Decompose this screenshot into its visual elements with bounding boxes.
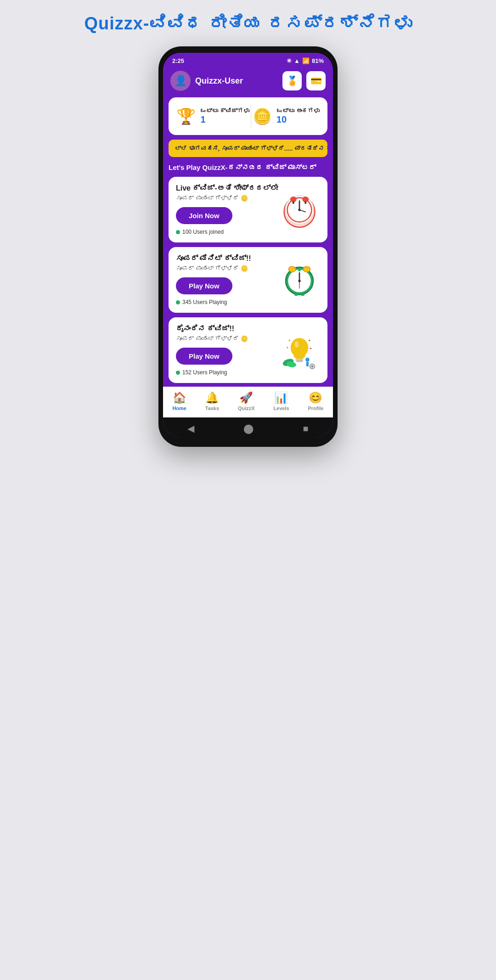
android-nav: ◀ ⬤ ■ (163, 417, 333, 438)
svg-point-22 (291, 338, 308, 357)
play-now-button-1[interactable]: Play Now (176, 277, 232, 294)
levels-icon: 📊 (274, 391, 288, 404)
battery-text: 81% (312, 57, 324, 64)
daily-users-badge: 152 Users Playing (176, 369, 279, 376)
svg-rect-16 (298, 268, 300, 271)
quiz-card-minute-left: ಸೂಪರ್ ಮಿನಿಟ್ ಕ್ವಿಜ್!! ಸೂಪರ್ ಪಾಯಿಂಟ್ ಗೆಳ್… (176, 254, 279, 305)
daily-users-text: 152 Users Playing (182, 369, 227, 376)
main-content: 🏆 ಒಟ್ಟು ಕ್ವಿಜ್‌ಗಳು 1 🪙 ಒಟ್ಟು ಅಂಕಗಳು 10 (163, 97, 333, 387)
signal-icon: 📶 (302, 57, 310, 64)
username-label: Quizzx-User (195, 76, 243, 86)
nav-profile-label: Profile (308, 406, 323, 411)
play-now-button-2[interactable]: Play Now (176, 348, 232, 365)
wallet-icon: 💳 (310, 75, 322, 86)
profile-icon: 😊 (309, 391, 322, 404)
trophy-button[interactable]: 🏅 (282, 71, 302, 90)
android-home[interactable]: ⬤ (243, 423, 254, 434)
status-time: 2:25 (172, 57, 184, 64)
stat-points-label: ಒಟ್ಟು ಅಂಕಗಳು (276, 107, 320, 114)
stat-quizzes-text: ಒಟ್ಟು ಕ್ವಿಜ್‌ಗಳು 1 (200, 107, 249, 125)
stat-quizzes: 🏆 ಒಟ್ಟು ಕ್ವಿಜ್‌ಗಳು 1 (176, 107, 249, 125)
coins-stat-icon: 🪙 (253, 107, 272, 125)
svg-point-31 (311, 365, 313, 367)
status-right: ✳ ▲ 📶 81% (287, 57, 324, 64)
status-bar: 2:25 ✳ ▲ 📶 81% (163, 53, 333, 67)
svg-point-35 (310, 347, 311, 349)
svg-point-14 (288, 266, 296, 272)
quiz-card-daily: ದೈನಂದಿನ ಕ್ವಿಜ್!! ಸೂಪರ್ ಪಾಯಿಂಟ್ ಗೆಳ್ಳಿರಿ … (169, 317, 327, 383)
minute-users-text: 345 Users Playing (182, 299, 227, 305)
svg-rect-21 (301, 293, 304, 295)
svg-point-28 (305, 357, 310, 361)
avatar: 👤 (170, 71, 191, 91)
stat-points: 🪙 ಒಟ್ಟು ಅಂಕಗಳು 10 (253, 107, 320, 125)
svg-rect-20 (294, 293, 298, 295)
quiz-card-daily-left: ದೈನಂದಿನ ಕ್ವಿಜ್!! ಸೂಪರ್ ಪಾಯಿಂಟ್ ಗೆಳ್ಳಿರಿ … (176, 325, 279, 376)
svg-point-6 (290, 196, 297, 202)
quiz-card-minute: ಸೂಪರ್ ಮಿನಿಟ್ ಕ್ವಿಜ್!! ಸೂಪರ್ ಪಾಯಿಂಟ್ ಗೆಳ್… (169, 247, 327, 313)
daily-dot (176, 371, 180, 375)
stat-quizzes-value: 1 (200, 114, 249, 125)
quiz-minute-subtitle: ಸೂಪರ್ ಪಾಯಿಂಟ್ ಗೆಳ್ಳಿರಿ 🪙 (176, 265, 279, 272)
stat-divider (251, 105, 251, 128)
quizzx-icon: 🚀 (239, 391, 253, 404)
live-users-badge: 100 Users joined (176, 229, 279, 235)
stat-quizzes-label: ಒಟ್ಟು ಕ್ವಿಜ್‌ಗಳು (200, 107, 249, 114)
stats-card: 🏆 ಒಟ್ಟು ಕ್ವಿಜ್‌ಗಳು 1 🪙 ಒಟ್ಟು ಅಂಕಗಳು 10 (169, 97, 327, 135)
bluetooth-icon: ✳ (287, 57, 292, 64)
quiz-daily-subtitle: ಸೂಪರ್ ಪಾಯಿಂಟ್ ಗೆಳ್ಳಿರಿ 🪙 (176, 335, 279, 342)
wallet-button[interactable]: 💳 (306, 71, 326, 90)
android-back[interactable]: ◀ (187, 423, 194, 434)
page-title: Quizzx-ವಿವಿಧ ರೀತಿಯ ರಸಪ್ರಶ್ನೆಗಳು (84, 14, 411, 34)
trophy-stat-icon: 🏆 (176, 107, 196, 125)
quiz-daily-title: ದೈನಂದಿನ ಕ್ವಿಜ್!! (176, 325, 279, 333)
svg-point-15 (303, 266, 310, 272)
svg-point-34 (309, 339, 310, 341)
android-recent[interactable]: ■ (303, 423, 308, 434)
quiz-card-live-left: Live ಕ್ವಿಜ್-ಅತಿ ಶೀಘ್ರದಲ್ಲೇ ಸೂಪರ್ ಪಾಯಿಂಟ್… (176, 184, 279, 235)
nav-quizzx[interactable]: 🚀 QuizzX (238, 391, 255, 411)
phone-screen: 2:25 ✳ ▲ 📶 81% 👤 Quizzx-User 🏅 (163, 53, 333, 438)
trophy-icon: 🏅 (287, 75, 298, 86)
svg-rect-8 (293, 201, 294, 203)
user-info: 👤 Quizzx-User (170, 71, 243, 91)
svg-rect-24 (296, 360, 303, 361)
nav-profile[interactable]: 😊 Profile (308, 391, 323, 411)
quiz-daily-image (279, 330, 320, 371)
svg-point-33 (287, 347, 288, 348)
svg-point-25 (295, 341, 299, 347)
quiz-live-title: Live ಕ್ವಿಜ್-ಅತಿ ಶೀಘ್ರದಲ್ಲೇ (176, 184, 279, 192)
join-now-button[interactable]: Join Now (176, 207, 232, 224)
home-icon: 🏠 (173, 391, 186, 404)
minute-users-badge: 345 Users Playing (176, 299, 279, 305)
quiz-live-subtitle: ಸೂಪರ್ ಪಾಯಿಂಟ್ ಗೆಳ್ಳಿರಿ 🪙 (176, 195, 279, 202)
stat-points-value: 10 (276, 114, 320, 125)
svg-point-32 (288, 339, 290, 341)
top-nav: 👤 Quizzx-User 🏅 💳 (163, 67, 333, 97)
svg-point-7 (302, 196, 309, 202)
nav-home[interactable]: 🏠 Home (172, 391, 186, 411)
minute-dot (176, 300, 180, 304)
nav-levels[interactable]: 📊 Levels (273, 391, 289, 411)
nav-tasks[interactable]: 🔔 Tasks (205, 391, 219, 411)
scrollable-content: 🏆 ಒಟ್ಟು ಕ್ವಿಜ್‌ಗಳು 1 🪙 ಒಟ್ಟು ಅಂಕಗಳು 10 (163, 97, 333, 387)
quiz-minute-title: ಸೂಪರ್ ಮಿನಿಟ್ ಕ್ವಿಜ್!! (176, 254, 279, 263)
nav-tasks-label: Tasks (205, 406, 219, 411)
marquee-banner: ಲ್ಲಿ ಭಾಗವಹಿಸಿ, ಸೂಪರ್ ಪಾಯಿಂಟ್ ಗೆಳ್ಳಿರಿ...… (169, 140, 327, 157)
bottom-nav: 🏠 Home 🔔 Tasks 🚀 QuizzX 📊 Levels 😊 Profi… (163, 387, 333, 417)
quiz-live-image (279, 189, 320, 231)
nav-levels-label: Levels (273, 406, 289, 411)
marquee-text: ಲ್ಲಿ ಭಾಗವಹಿಸಿ, ಸೂಪರ್ ಪಾಯಿಂಟ್ ಗೆಳ್ಳಿರಿ...… (175, 145, 327, 152)
live-users-text: 100 Users joined (182, 229, 224, 235)
wifi-icon: ▲ (294, 57, 300, 64)
svg-point-19 (298, 280, 300, 282)
stat-points-text: ಒಟ್ಟು ಅಂಕಗಳು 10 (276, 107, 320, 125)
svg-rect-9 (304, 201, 306, 203)
quiz-card-live: Live ಕ್ವಿಜ್-ಅತಿ ಶೀಘ್ರದಲ್ಲೇ ಸೂಪರ್ ಪಾಯಿಂಟ್… (169, 177, 327, 242)
section-label: Let's Play QuizzX-ಕನ್ನಡದ ಕ್ವಿಜ್ ಮಾಸ್ಟರ್ (169, 162, 327, 172)
avatar-icon: 👤 (175, 75, 187, 87)
quiz-minute-image (279, 259, 320, 301)
phone-shell: 2:25 ✳ ▲ 📶 81% 👤 Quizzx-User 🏅 (158, 46, 338, 447)
nav-home-label: Home (172, 406, 186, 411)
live-dot (176, 230, 180, 234)
